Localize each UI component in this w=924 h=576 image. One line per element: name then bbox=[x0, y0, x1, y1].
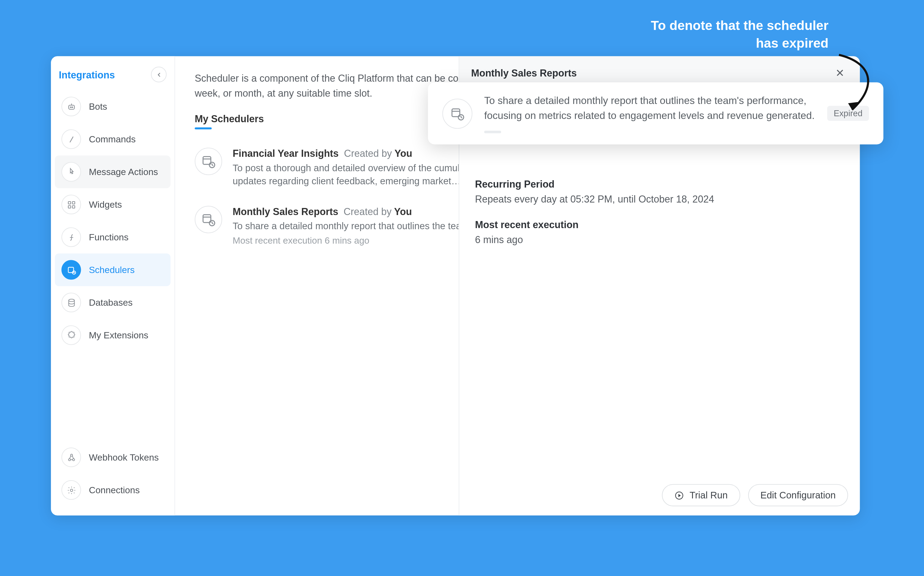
sidebar-item-label: My Extensions bbox=[89, 330, 149, 340]
svg-marker-32 bbox=[679, 493, 681, 497]
svg-point-17 bbox=[70, 454, 72, 456]
sidebar-item-label: Databases bbox=[89, 297, 133, 307]
sidebar-item-my-extensions[interactable]: My Extensions bbox=[55, 319, 171, 351]
svg-point-1 bbox=[70, 106, 71, 107]
recent-exec-label: Most recent execution bbox=[475, 219, 844, 230]
slash-icon bbox=[62, 129, 81, 149]
svg-rect-8 bbox=[72, 205, 75, 208]
svg-rect-0 bbox=[68, 105, 74, 109]
scheduler-summary-text: To share a detailed monthly report that … bbox=[484, 93, 815, 133]
sidebar-item-schedulers[interactable]: Schedulers bbox=[55, 253, 171, 286]
sidebar-item-label: Message Actions bbox=[89, 166, 158, 177]
webhook-icon bbox=[62, 448, 81, 467]
sidebar-item-label: Bots bbox=[89, 101, 107, 112]
scheduler-description: To share a detailed monthly report that … bbox=[232, 220, 481, 233]
sidebar: Integrations Bots Commands bbox=[51, 56, 175, 515]
chevron-left-icon bbox=[155, 71, 162, 78]
svg-point-15 bbox=[68, 458, 70, 461]
sidebar-item-databases[interactable]: Databases bbox=[55, 286, 171, 319]
play-icon bbox=[675, 490, 684, 500]
svg-point-18 bbox=[70, 489, 72, 491]
function-icon bbox=[62, 227, 81, 247]
database-icon bbox=[62, 293, 81, 312]
svg-rect-5 bbox=[68, 201, 70, 203]
section-title: My Schedulers bbox=[195, 113, 264, 124]
scheduler-icon bbox=[62, 260, 81, 280]
detail-title: Monthly Sales Reports bbox=[471, 67, 577, 78]
recent-exec-value: 6 mins ago bbox=[475, 234, 844, 245]
trial-run-button[interactable]: Trial Run bbox=[662, 484, 740, 506]
detail-footer: Trial Run Edit Configuration bbox=[459, 475, 860, 515]
sidebar-item-functions[interactable]: Functions bbox=[55, 221, 171, 253]
close-icon bbox=[834, 67, 845, 78]
sidebar-item-label: Connections bbox=[89, 485, 140, 495]
pointer-icon bbox=[62, 162, 81, 182]
svg-line-28 bbox=[212, 223, 213, 224]
sidebar-item-message-actions[interactable]: Message Actions bbox=[55, 155, 171, 188]
scheduler-description: To post a thorough and detailed overview… bbox=[232, 161, 481, 187]
annotation-label: To denote that the scheduler has expired bbox=[639, 17, 828, 52]
recurring-value: Repeats every day at 05:32 PM, until Oct… bbox=[475, 193, 844, 205]
collapse-sidebar-button[interactable] bbox=[151, 67, 166, 83]
svg-line-37 bbox=[461, 117, 462, 118]
scheduler-icon bbox=[195, 147, 222, 175]
svg-point-14 bbox=[68, 299, 74, 301]
sidebar-item-commands[interactable]: Commands bbox=[55, 123, 171, 155]
svg-rect-6 bbox=[72, 201, 75, 203]
edit-configuration-button[interactable]: Edit Configuration bbox=[748, 484, 848, 506]
sidebar-item-label: Widgets bbox=[89, 199, 122, 210]
sidebar-header: Integrations bbox=[51, 61, 174, 88]
sidebar-item-label: Schedulers bbox=[89, 265, 134, 275]
sidebar-item-label: Commands bbox=[89, 134, 136, 144]
close-panel-button[interactable] bbox=[831, 64, 848, 81]
scheduler-icon bbox=[443, 98, 472, 128]
detail-body: Recurring Period Repeats every day at 05… bbox=[459, 90, 860, 475]
svg-line-13 bbox=[74, 272, 75, 273]
bot-icon bbox=[62, 97, 81, 116]
svg-line-4 bbox=[70, 136, 73, 142]
recurring-label: Recurring Period bbox=[475, 178, 844, 189]
gear-icon bbox=[62, 480, 81, 500]
sidebar-item-label: Webhook Tokens bbox=[89, 452, 159, 462]
nav-list: Bots Commands Message Actions Widgets bbox=[51, 88, 174, 352]
svg-rect-7 bbox=[68, 205, 70, 208]
sidebar-item-connections[interactable]: Connections bbox=[55, 474, 171, 506]
sidebar-bottom: Webhook Tokens Connections bbox=[51, 441, 174, 510]
scheduler-summary-card: To share a detailed monthly report that … bbox=[428, 82, 883, 144]
sidebar-title: Integrations bbox=[59, 69, 115, 80]
grid-icon bbox=[62, 195, 81, 214]
status-badge-expired: Expired bbox=[827, 106, 869, 121]
svg-line-23 bbox=[212, 165, 213, 165]
svg-point-2 bbox=[72, 106, 72, 107]
sidebar-item-widgets[interactable]: Widgets bbox=[55, 188, 171, 221]
sidebar-item-webhook-tokens[interactable]: Webhook Tokens bbox=[55, 441, 171, 474]
puzzle-icon bbox=[62, 325, 81, 345]
sidebar-item-bots[interactable]: Bots bbox=[55, 90, 171, 123]
scheduler-icon bbox=[195, 206, 222, 233]
sidebar-item-label: Functions bbox=[89, 232, 128, 242]
svg-point-16 bbox=[72, 458, 74, 461]
